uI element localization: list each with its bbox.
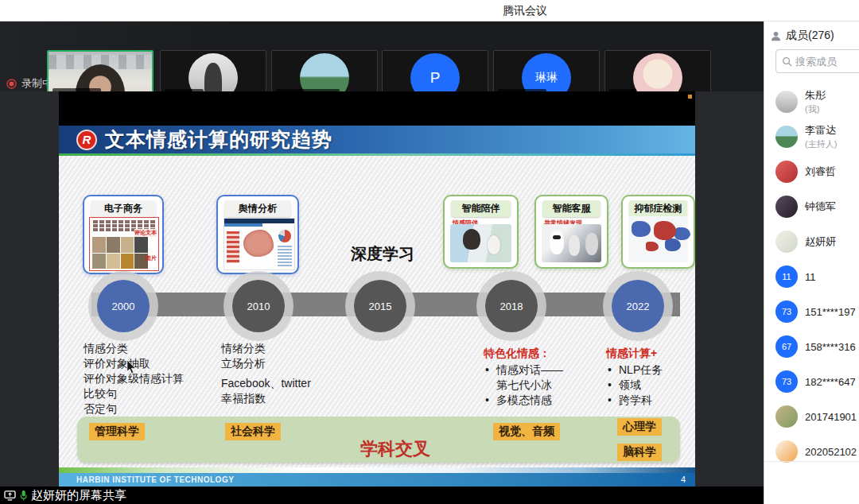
member-avatar: 73 <box>775 370 798 393</box>
screen-share-icon <box>4 490 16 501</box>
member-search[interactable] <box>775 49 859 73</box>
year-node-2022: 2022 <box>612 280 664 332</box>
video-strip: 录制中 赵妍妍 朱彤 <box>0 21 764 91</box>
col-title: 特色化情感： <box>484 346 563 361</box>
member-avatar: 73 <box>775 300 798 323</box>
member-avatar <box>775 231 798 253</box>
slide-body: 电子商务 评论文本 图片 舆情分析 深度学习 <box>59 156 695 467</box>
discipline-label: 社会科学 <box>225 423 281 440</box>
col-2010-topics: 情绪分类 立场分析 Facebook、twitter 幸福指数 <box>221 341 311 406</box>
col-2000-topics: 情感分类 评价对象抽取 评价对象级情感计算 比较句 否定句 <box>84 341 184 417</box>
year-node-2000: 2000 <box>97 280 150 332</box>
box-title: 抑郁症检测 <box>629 200 687 217</box>
discipline-label: 管理科学 <box>89 423 145 440</box>
member-avatar <box>775 161 798 183</box>
box-title: 舆情分析 <box>224 200 291 217</box>
member-avatar <box>775 91 798 113</box>
deep-learning-label: 深度学习 <box>351 243 414 265</box>
year-node-2010: 2010 <box>232 280 285 332</box>
review-text-label: 评论文本 <box>134 229 157 237</box>
member-avatar <box>775 126 798 148</box>
discipline-band: 管理科学 社会科学 视觉、音频 心理学 脑科学 学科交叉 <box>77 417 680 463</box>
search-input[interactable] <box>795 56 859 68</box>
members-count: 成员(276) <box>786 29 834 43</box>
year-node-2018: 2018 <box>485 280 538 332</box>
box-title: 智能陪伴 <box>451 200 511 217</box>
members-icon <box>770 30 782 42</box>
member-avatar: 11 <box>775 266 798 288</box>
box-ecommerce: 电子商务 评论文本 图片 <box>83 195 164 274</box>
share-bar-text: 赵妍妍的屏幕共享 <box>31 488 126 503</box>
presenter-dot <box>688 95 692 99</box>
screen-share-bar: 赵妍妍的屏幕共享 <box>0 487 764 504</box>
members-header: 成员(276) <box>770 29 834 43</box>
image-label: 图片 <box>146 254 157 262</box>
window-titlebar: 腾讯会议 <box>0 0 859 21</box>
hit-logo: R <box>76 130 97 150</box>
stage: R 文本情感计算的研究趋势 电子商务 评论文本 图片 舆情分析 <box>0 91 764 487</box>
slide-title: 文本情感计算的研究趋势 <box>105 126 332 153</box>
box-depression-detection: 抑郁症检测 <box>621 195 695 269</box>
box-title: 电子商务 <box>91 200 156 217</box>
list-divider <box>764 461 859 462</box>
robot-photo <box>542 224 601 262</box>
companion-photo <box>450 224 511 262</box>
slide-footer: HARBIN INSTITUTE OF TECHNOLOGY 4 <box>59 473 695 487</box>
col-title: 情感计算+ <box>606 346 663 361</box>
page-number: 4 <box>681 475 686 484</box>
member-row[interactable]: 202052102 <box>764 434 859 469</box>
member-avatar <box>775 196 798 218</box>
member-row[interactable]: 73 182****647 <box>764 364 859 399</box>
discipline-label: 心理学 <box>617 418 662 436</box>
year-node-2015: 2015 <box>354 280 406 332</box>
box-title: 智能客服 <box>542 200 601 217</box>
mouse-cursor <box>126 360 137 374</box>
box-public-opinion: 舆情分析 <box>216 195 299 274</box>
slide-top-band <box>59 91 695 126</box>
footer-swoosh <box>59 467 695 473</box>
discipline-label: 脑科学 <box>617 444 662 461</box>
member-avatar <box>775 440 798 463</box>
member-list: 朱彤(我) 李雷达(主持人) 刘睿哲 钟德军 赵妍妍 11 11 <box>764 84 859 469</box>
col-2018-topics: 特色化情感： 情感对话—— 第七代小冰 多模态情感 <box>484 346 563 408</box>
share-mic-icon <box>19 490 28 501</box>
org-name: HARBIN INSTITUTE OF TECHNOLOGY <box>76 475 234 484</box>
member-avatar <box>775 405 798 428</box>
member-row[interactable]: 201741901 <box>764 399 859 434</box>
member-row[interactable]: 73 151****197 <box>764 294 859 329</box>
meeting-window: 腾讯会议 录制中 赵妍妍 <box>0 0 859 504</box>
member-row[interactable]: 朱彤(我) <box>764 84 859 119</box>
member-row[interactable]: 赵妍妍 <box>764 224 859 259</box>
world-map-art <box>628 216 688 262</box>
shared-screen: R 文本情感计算的研究趋势 电子商务 评论文本 图片 舆情分析 <box>59 91 695 487</box>
ecommerce-art: 评论文本 图片 <box>89 217 159 271</box>
member-row[interactable]: 67 158****316 <box>764 329 859 364</box>
cross-discipline-label: 学科交叉 <box>332 437 459 461</box>
record-icon <box>6 79 17 89</box>
member-row[interactable]: 李雷达(主持人) <box>764 119 859 154</box>
window-title: 腾讯会议 <box>503 4 547 18</box>
member-row[interactable]: 刘睿哲 <box>764 154 859 189</box>
member-row[interactable]: 11 11 <box>764 259 859 294</box>
recording-indicator[interactable]: 录制中 <box>6 76 52 91</box>
box-customer-service: 智能客服 异常情绪发现 <box>534 195 608 269</box>
col-2022-topics: 情感计算+ NLP任务 领域 跨学科 <box>606 346 663 408</box>
dashboard-art <box>223 218 295 270</box>
member-avatar: 67 <box>775 335 798 358</box>
member-row[interactable]: 钟德军 <box>764 189 859 224</box>
discipline-label: 视觉、音频 <box>493 423 560 440</box>
search-icon <box>782 56 792 67</box>
members-sidebar: 成员(276) 朱彤(我) 李雷达(主持人) 刘睿哲 <box>764 21 859 504</box>
slide-header: R 文本情感计算的研究趋势 <box>59 126 695 153</box>
box-companion: 智能陪伴 情感陪伴 <box>443 195 519 269</box>
